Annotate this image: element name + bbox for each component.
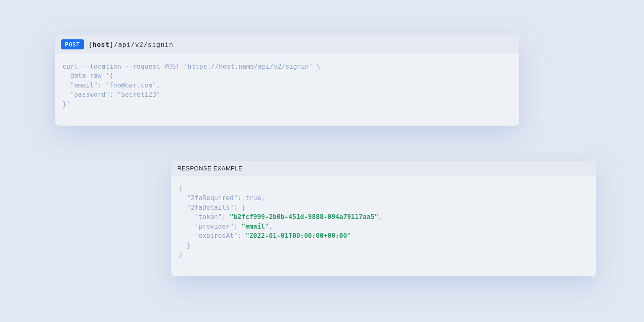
response-code-block: { "2faRequired": true, "2faDetails": { "… <box>179 184 589 260</box>
request-body: curl --location --request POST 'https://… <box>55 54 519 126</box>
request-header: POST [host]/api/v2/signin <box>55 35 519 54</box>
request-code-block: curl --location --request POST 'https://… <box>62 62 512 109</box>
response-body: { "2faRequired": true, "2faDetails": { "… <box>171 176 596 276</box>
response-title: RESPONSE EXAMPLE <box>177 165 243 172</box>
response-card: RESPONSE EXAMPLE { "2faRequired": true, … <box>171 161 596 276</box>
http-method-badge: POST <box>61 39 84 49</box>
endpoint-route: /api/v2/signin <box>114 41 173 49</box>
response-header: RESPONSE EXAMPLE <box>171 161 596 176</box>
endpoint-host: [host] <box>88 41 114 49</box>
endpoint-path: [host]/api/v2/signin <box>88 41 173 49</box>
request-card: POST [host]/api/v2/signin curl --locatio… <box>55 35 519 126</box>
